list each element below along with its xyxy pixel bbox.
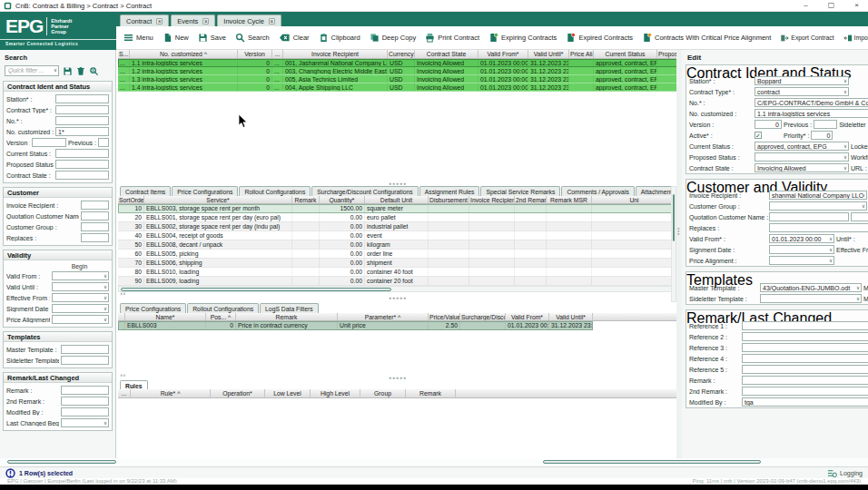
row-actions[interactable]: ... xyxy=(118,67,130,74)
clipboard-button[interactable]: Clipboard xyxy=(319,33,360,43)
main-hscroll-thumb[interactable] xyxy=(543,460,761,464)
item-row[interactable]: 10 EBLLS003, storage space rent per mont… xyxy=(118,204,677,213)
column-header[interactable]: Group xyxy=(360,389,406,397)
customer-group-select[interactable]: ∨ xyxy=(769,201,867,211)
second-remark-input[interactable] xyxy=(61,397,109,406)
row-actions[interactable]: ... xyxy=(118,83,130,91)
module-tab[interactable]: Contract × xyxy=(120,15,169,26)
column-header[interactable]: Valid Until* xyxy=(549,313,593,320)
current-status-input[interactable] xyxy=(55,149,109,158)
replaces-input[interactable] xyxy=(769,223,868,232)
contract-state-select[interactable]: Invoicing Allowed∨ xyxy=(755,163,849,172)
column-header[interactable]: Operation* xyxy=(211,389,265,397)
column-header[interactable]: Service* xyxy=(144,196,292,203)
detail-tab[interactable]: Surcharge/Discount Configurations xyxy=(311,186,418,196)
row-actions[interactable]: ... xyxy=(118,59,130,66)
column-header[interactable]: Low Level xyxy=(265,389,311,397)
contract-no-input[interactable]: C/EPG-CONTRACT/Demo GmbH & Co.KG/0001/20… xyxy=(755,98,868,107)
invoice-recipient-input[interactable] xyxy=(81,201,109,210)
current-status-select[interactable]: approved, contract, EPG∨ xyxy=(755,142,849,151)
column-header[interactable]: Uni xyxy=(592,196,677,203)
quotation-customer-name-input[interactable] xyxy=(81,211,109,220)
save-filter-icon[interactable] xyxy=(63,66,73,76)
contract-row[interactable]: ... 1.1 intra-logistics services 0 ... 0… xyxy=(118,59,677,67)
new-button[interactable]: New xyxy=(163,33,189,43)
invoice-recipient-select[interactable]: shanmal National Company LLC∨ xyxy=(769,191,867,200)
close-button[interactable]: × xyxy=(854,1,859,10)
second-remark-input[interactable] xyxy=(742,387,868,396)
expired-contracts-button[interactable]: Expired Contracts xyxy=(566,33,633,43)
column-header[interactable]: Name* xyxy=(125,313,206,320)
signment-date-select[interactable]: ∨ xyxy=(52,304,109,313)
tab-close-icon[interactable]: × xyxy=(156,18,163,24)
item-row[interactable]: 20 EBLLS001, storage space rent per day … xyxy=(118,213,677,222)
station-select[interactable]: Boppard∨ xyxy=(755,76,849,85)
column-header[interactable]: Valid Until* xyxy=(528,50,569,58)
priority-input[interactable]: 0 xyxy=(811,131,833,140)
horizontal-splitter[interactable]: ∧∨●●●●● xyxy=(118,292,677,303)
quotation-customer-name-extra-input[interactable] xyxy=(851,212,868,221)
column-header[interactable]: ... xyxy=(118,389,131,397)
horizontal-splitter[interactable]: ∧∨●●●●● xyxy=(118,374,677,380)
cell-more[interactable]: ... xyxy=(272,67,283,74)
column-header[interactable]: SortOrder* ^ xyxy=(118,196,144,203)
dropdown-icon[interactable]: ∨ xyxy=(54,67,57,73)
version-input[interactable] xyxy=(32,138,66,147)
proposed-status-select[interactable]: ∨ xyxy=(755,152,849,162)
remark-input[interactable] xyxy=(61,386,109,395)
proposed-status-input[interactable] xyxy=(55,160,109,169)
horizontal-splitter[interactable]: ●●●●● xyxy=(118,181,677,186)
column-header[interactable]: Contract State xyxy=(415,50,478,58)
contract-row[interactable]: ... 1.3 intra-logistics services 0 ... 0… xyxy=(118,75,677,83)
logging-button[interactable]: Logging xyxy=(840,470,863,476)
reference-3-input[interactable] xyxy=(742,343,868,352)
active-checkbox[interactable]: ✓ xyxy=(755,132,762,139)
effective-from-select[interactable]: ∨ xyxy=(52,293,109,302)
tab-close-icon[interactable]: × xyxy=(202,18,209,24)
item-row[interactable]: 90 EBLLS009, loading 0.00 container 20 f… xyxy=(118,277,677,286)
item-row[interactable]: 70 EBLLS006, shipping 0.00 shipment xyxy=(118,259,677,268)
remark-input[interactable] xyxy=(742,376,868,385)
item-row[interactable]: 50 EBLLS008, decant / unpack 0.00 kilogr… xyxy=(118,240,677,250)
column-header[interactable]: Remark xyxy=(292,196,320,203)
items-horizontal-scrollbar[interactable] xyxy=(118,286,677,292)
column-header[interactable]: Propos... xyxy=(657,50,677,58)
reference-4-input[interactable] xyxy=(742,354,868,363)
version-input[interactable]: 0 xyxy=(755,120,782,129)
detail-tab[interactable]: Rollout Configurations xyxy=(239,186,311,196)
minimize-button[interactable]: – xyxy=(804,1,807,10)
filter-search-icon[interactable] xyxy=(89,66,99,76)
column-header[interactable]: No. customized ^ xyxy=(130,50,238,58)
price-tab[interactable]: Price Configurations xyxy=(120,303,186,313)
price-alignment-select[interactable]: ∨ xyxy=(52,315,109,324)
column-header[interactable]: Quantity* xyxy=(320,196,365,203)
valid-from-select[interactable]: 01.01.2023 00:00∨ xyxy=(769,234,834,243)
signment-date-select[interactable]: ∨ xyxy=(769,245,834,254)
item-row[interactable]: 30 EBLLS002, storage space rent per day … xyxy=(118,222,677,231)
previous-input[interactable] xyxy=(98,138,109,147)
column-header[interactable]: Invoice Recipient xyxy=(283,50,388,58)
modified-by-input[interactable]: tga xyxy=(742,397,868,407)
cell-more[interactable]: ... xyxy=(272,83,283,91)
column-header[interactable]: Remark MSR xyxy=(547,196,592,203)
item-row[interactable]: 80 EBLLS010, loading 0.00 container 40 f… xyxy=(118,268,677,277)
column-header[interactable]: Currency xyxy=(388,50,415,58)
contract-row[interactable]: ... 1.4 intra-logistics services 0 ... 0… xyxy=(118,83,677,92)
column-header[interactable]: S... xyxy=(118,50,130,58)
sideletter-template-select[interactable]: ∨ xyxy=(760,294,862,303)
contract-type-input[interactable] xyxy=(55,105,109,114)
column-header[interactable]: High Level xyxy=(311,389,360,397)
cell-more[interactable]: ... xyxy=(272,75,283,83)
sideletter-template-input[interactable] xyxy=(61,356,109,365)
maximize-button[interactable]: ▢ xyxy=(828,1,835,10)
expiring-contracts-button[interactable]: Expiring Contracts xyxy=(488,33,557,43)
import-contract-button[interactable]: Import Contract xyxy=(843,34,868,43)
detail-tab[interactable]: Contract Items xyxy=(120,186,171,196)
module-tab[interactable]: Events × xyxy=(171,15,215,26)
clear-button[interactable]: Clear xyxy=(279,33,310,43)
no-customized-input[interactable]: 1* xyxy=(55,127,109,136)
detail-tab[interactable]: Comments / Approvals xyxy=(561,186,634,196)
sidebar-hscroll-thumb[interactable] xyxy=(7,460,116,464)
column-header[interactable]: Remark xyxy=(236,313,338,320)
master-template-input[interactable] xyxy=(61,345,109,354)
